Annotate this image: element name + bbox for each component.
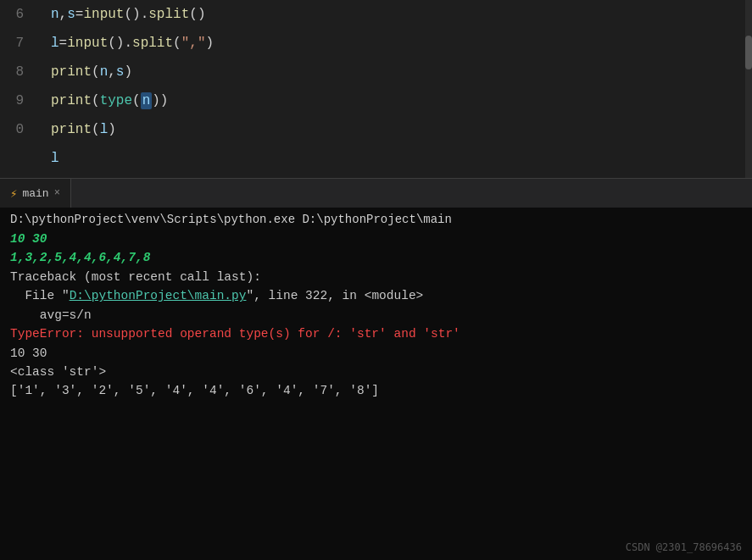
line-number-8: 8 (0, 64, 34, 80)
output-file-line: File "D:\pythonProject\main.py", line 32… (10, 286, 742, 305)
output-line-1: 10 30 (10, 230, 742, 248)
line-number-7: 7 (0, 36, 34, 51)
code-line-8: 8 print(n,s) (0, 58, 752, 86)
code-line-9: 9 print(type(n)) (0, 86, 752, 115)
output-path-line: D:\pythonProject\venv\Scripts\python.exe… (10, 211, 742, 230)
output-typeerror: TypeError: unsupported operand type(s) f… (10, 324, 742, 343)
terminal-tab-main[interactable]: ⚡ main × (0, 179, 71, 208)
terminal-icon: ⚡ (10, 186, 17, 201)
terminal-tab-label: main (22, 187, 48, 200)
terminal-tab-bar: ⚡ main × (0, 178, 752, 208)
file-link[interactable]: D:\pythonProject\main.py (70, 289, 247, 302)
output-code-line: avg=s/n (10, 306, 742, 324)
scroll-thumb[interactable] (745, 36, 752, 69)
terminal-container: ⚡ main × D:\pythonProject\venv\Scripts\p… (0, 178, 752, 560)
line-content-8: print(n,s) (34, 64, 132, 80)
tab-close-button[interactable]: × (54, 187, 60, 199)
output-traceback: Traceback (most recent call last): (10, 268, 742, 286)
output-line-2: 1,3,2,5,4,4,6,4,7,8 (10, 248, 742, 267)
terminal-output: D:\pythonProject\venv\Scripts\python.exe… (0, 208, 752, 560)
line-number-10: 0 (0, 122, 34, 137)
output-line-3: 10 30 (10, 344, 742, 363)
code-line-7: 7 l=input().split(",") (0, 29, 752, 58)
output-line-5: ['1', '3', '2', '5', '4', '4', '6', '4',… (10, 381, 742, 400)
scrollbar[interactable] (745, 0, 752, 178)
watermark: CSDN @2301_78696436 (626, 541, 742, 553)
code-editor-area: 6 n,s=input().split() 7 l=input().split(… (0, 0, 752, 178)
code-line-6: 6 n,s=input().split() (0, 0, 752, 29)
line-content-9: print(type(n)) (34, 93, 168, 108)
output-line-4: <class 'str'> (10, 363, 742, 381)
code-editor: 6 n,s=input().split() 7 l=input().split(… (0, 0, 752, 178)
line-content-7: l=input().split(",") (34, 36, 214, 51)
line-content-10: print(l) (34, 122, 116, 137)
code-line-partial: l (0, 144, 752, 173)
code-line-10: 0 print(l) (0, 115, 752, 144)
line-content-partial: l (34, 151, 59, 166)
line-number-9: 9 (0, 93, 34, 108)
line-content-6: n,s=input().split() (34, 7, 205, 22)
line-number-6: 6 (0, 7, 34, 22)
